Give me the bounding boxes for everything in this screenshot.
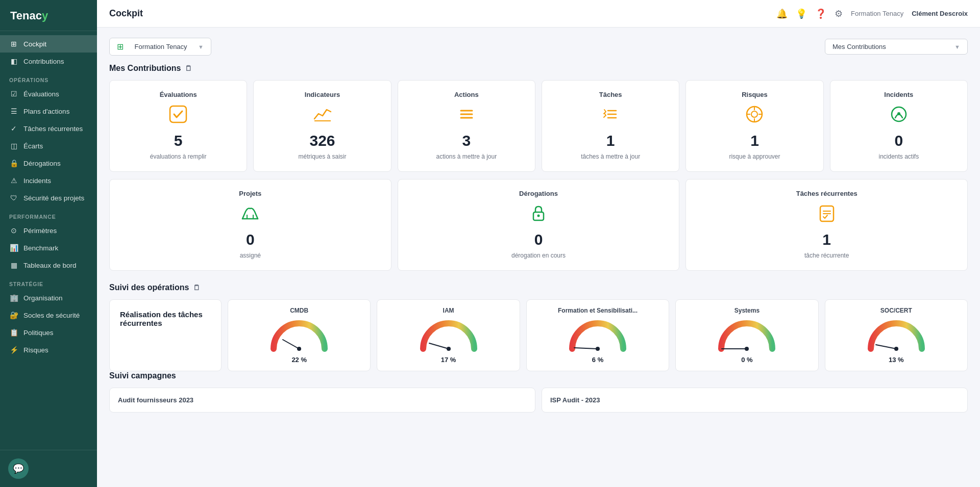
export-icon[interactable]: 🗒 (185, 64, 192, 72)
section-label-performance: PERFORMANCE (0, 207, 97, 222)
svg-point-33 (894, 347, 898, 351)
topbar-right: 🔔 💡 ❓ ⚙ Formation Tenacy Clément Descroi… (776, 8, 968, 19)
main-area: Cockpit 🔔 💡 ❓ ⚙ Formation Tenacy Clément… (97, 0, 980, 487)
sidebar-item-label: Risques (23, 346, 48, 354)
svg-point-31 (745, 347, 749, 351)
help-icon[interactable]: ❓ (815, 8, 826, 19)
sidebar-item-risques[interactable]: ⚡ Risques (0, 341, 97, 358)
stat-card-indicateurs[interactable]: Indicateurs 326 métriques à saisir (253, 80, 391, 172)
stat-card-taches[interactable]: Tâches 1 tâches à mettre à jour (542, 80, 679, 172)
suivi-campagnes-title: Suivi campagnes (109, 371, 968, 380)
stat-title: Incidents (884, 91, 913, 98)
notifications-icon[interactable]: 🔔 (776, 8, 788, 19)
campaign-card-isp[interactable]: ISP Audit - 2023 (542, 388, 968, 413)
org-selector[interactable]: ⊞ Formation Tenacy ▼ (109, 38, 211, 56)
gauge-svg-cmdb (268, 318, 330, 354)
mes-contributions-title: Mes Contributions 🗒 (109, 64, 968, 73)
sidebar: Tenacy ⊞ Cockpit ◧ Contributions OPÉRATI… (0, 0, 97, 487)
stat-card-projets[interactable]: Projets 0 assigné (109, 179, 391, 271)
stat-card-derogations[interactable]: Dérogations 0 dérogation en cours (398, 179, 680, 271)
sidebar-item-label: Plans d'actions (23, 108, 69, 115)
sidebar-item-ecarts[interactable]: ◫ Écarts (0, 137, 97, 155)
stat-card-evaluations[interactable]: Évaluations 5 évaluations à remplir (109, 80, 247, 172)
incidents-icon: ⚠ (9, 176, 18, 185)
stat-icon-projets (240, 203, 260, 227)
sidebar-item-label: Contributions (23, 58, 64, 65)
sidebar-item-socles[interactable]: 🔐 Socles de sécurité (0, 306, 97, 324)
stat-number: 0 (894, 132, 903, 149)
stat-desc: incidents actifs (878, 152, 919, 161)
stat-icon-risques (745, 105, 764, 128)
sidebar-item-plans[interactable]: ☰ Plans d'actions (0, 102, 97, 120)
stat-icon-evaluations (168, 105, 188, 128)
content: ⊞ Formation Tenacy ▼ Mes Contributions ▼… (97, 28, 980, 487)
socles-icon: 🔐 (9, 311, 18, 319)
sidebar-item-label: Sécurité des projets (23, 194, 84, 202)
stat-card-risques[interactable]: Risques 1 risque à approuver (685, 80, 823, 172)
stat-icon-taches (601, 105, 620, 128)
sidebar-item-label: Socles de sécurité (23, 312, 80, 319)
gauge-title: CMDB (290, 307, 308, 314)
gauge-card-soc[interactable]: SOC/CERT (825, 299, 968, 371)
gauge-pct: 0 % (741, 356, 752, 364)
stat-desc: actions à mettre à jour (436, 152, 497, 161)
stat-desc: évaluations à remplir (150, 152, 207, 161)
stat-desc: assigné (240, 251, 261, 260)
svg-line-32 (876, 345, 896, 349)
stat-desc: tâche récurrente (804, 251, 849, 260)
stat-card-incidents[interactable]: Incidents 0 incidents actifs (830, 80, 968, 172)
sidebar-item-perimetres[interactable]: ⊙ Périmètres (0, 222, 97, 239)
campaign-card-audit[interactable]: Audit fournisseurs 2023 (109, 388, 535, 413)
stat-number: 5 (174, 132, 183, 149)
gauge-pct: 6 % (592, 356, 603, 364)
section-label-strategie: STRATÉGIE (0, 274, 97, 289)
sidebar-item-benchmark[interactable]: 📊 Benchmark (0, 239, 97, 257)
svg-line-26 (429, 343, 449, 349)
gauge-card-cmdb[interactable]: CMDB (228, 299, 371, 371)
stat-number: 0 (534, 231, 543, 248)
section-title-text: Mes Contributions (109, 64, 181, 73)
derogations-icon: 🔒 (9, 159, 18, 167)
gauge-card-formation[interactable]: Formation et Sensibilisati... (526, 299, 669, 371)
export-icon[interactable]: 🗒 (193, 284, 200, 292)
campaigns-grid: Audit fournisseurs 2023 ISP Audit - 2023 (109, 388, 968, 413)
stat-desc: métriques à saisir (298, 152, 346, 161)
ecarts-icon: ◫ (9, 142, 18, 150)
gauge-title: Formation et Sensibilisati... (558, 307, 638, 314)
chevron-down-icon: ▼ (954, 44, 960, 50)
stat-number: 1 (606, 132, 615, 149)
section-label-operations: OPÉRATIONS (0, 70, 97, 85)
gauge-wrap: 0 % (716, 318, 777, 364)
sidebar-item-taches[interactable]: ✓ Tâches récurrentes (0, 120, 97, 137)
stat-icon-taches-rec (817, 203, 837, 227)
sidebar-item-securite[interactable]: 🛡 Sécurité des projets (0, 189, 97, 207)
settings-icon[interactable]: ⚙ (835, 8, 843, 19)
bulb-icon[interactable]: 💡 (796, 8, 807, 19)
gauge-card-iam[interactable]: IAM (377, 299, 520, 371)
stat-card-taches-recurrentes[interactable]: Tâches récurrentes 1 tâche récurrente (685, 179, 968, 271)
stat-card-actions[interactable]: Actions 3 actions à mettre à jour (398, 80, 535, 172)
sidebar-item-evaluations[interactable]: ☑ Évaluations (0, 85, 97, 102)
sidebar-item-derogations[interactable]: 🔒 Dérogations (0, 155, 97, 172)
sidebar-item-cockpit[interactable]: ⊞ Cockpit (0, 35, 97, 53)
view-selector[interactable]: Mes Contributions ▼ (825, 39, 968, 55)
sidebar-item-incidents[interactable]: ⚠ Incidents (0, 172, 97, 189)
org-selector-icon: ⊞ (117, 42, 124, 52)
stat-title: Évaluations (160, 91, 197, 98)
sidebar-item-politiques[interactable]: 📋 Politiques (0, 324, 97, 341)
chat-button[interactable]: 💬 (8, 458, 29, 479)
gauge-outer: Réalisation des tâches récurrentes CMDB (109, 299, 968, 371)
stat-title: Projets (239, 190, 261, 197)
sidebar-item-label: Tâches récurrentes (23, 125, 83, 133)
sidebar-item-organisation[interactable]: 🏢 Organisation (0, 289, 97, 306)
stat-number: 1 (822, 231, 831, 248)
gauge-svg-soc (866, 318, 927, 354)
stat-title: Tâches (599, 91, 622, 98)
gauge-wrap: 22 % (268, 318, 330, 364)
gauge-card-systems[interactable]: Systems (675, 299, 818, 371)
stat-title: Tâches récurrentes (796, 190, 857, 197)
stat-icon-actions (457, 105, 476, 128)
gauge-svg-formation (567, 318, 628, 354)
sidebar-item-tableaux[interactable]: ▦ Tableaux de bord (0, 257, 97, 274)
sidebar-item-contributions[interactable]: ◧ Contributions (0, 53, 97, 70)
